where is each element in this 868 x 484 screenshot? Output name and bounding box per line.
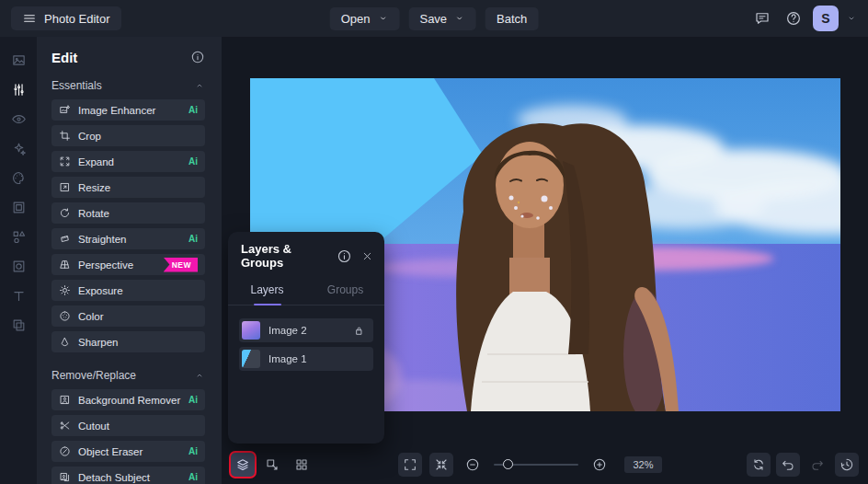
edit-tool-cutout[interactable]: Cutout bbox=[51, 415, 205, 436]
sidebar-item-overlays[interactable] bbox=[6, 313, 31, 338]
edit-tool-detach-subject[interactable]: Detach Subject Ai bbox=[51, 467, 205, 484]
zoom-in-button[interactable] bbox=[588, 453, 611, 477]
redo-icon bbox=[810, 457, 825, 472]
detach-subject-icon bbox=[59, 471, 71, 483]
tool-label: Resize bbox=[78, 182, 110, 193]
zoom-slider[interactable] bbox=[494, 459, 578, 470]
open-button[interactable]: Open bbox=[330, 7, 400, 30]
save-button[interactable]: Save bbox=[408, 7, 476, 30]
edit-tool-background-remover[interactable]: Background Remover Ai bbox=[51, 389, 205, 410]
zoom-level-value[interactable]: 32% bbox=[624, 456, 661, 473]
redo-button[interactable] bbox=[805, 453, 829, 477]
layer-row-image-2[interactable]: Image 2 bbox=[239, 318, 373, 342]
tool-label: Color bbox=[78, 311, 103, 322]
edit-tool-straighten[interactable]: Straighten Ai bbox=[51, 228, 205, 249]
chevron-down-icon bbox=[377, 13, 388, 24]
ai-badge: Ai bbox=[188, 446, 198, 456]
tool-label: Expand bbox=[78, 156, 114, 167]
eye-icon bbox=[11, 111, 27, 127]
crop-icon bbox=[59, 130, 71, 142]
edit-tool-object-eraser[interactable]: Object Eraser Ai bbox=[51, 441, 205, 462]
tool-label: Rotate bbox=[78, 208, 109, 219]
tool-label: Cutout bbox=[78, 421, 109, 432]
app-menu-button[interactable]: Photo Editor bbox=[11, 6, 121, 30]
page-title: Edit bbox=[51, 50, 77, 65]
layer-name: Image 1 bbox=[268, 353, 307, 364]
section-essentials[interactable]: Essentials bbox=[51, 75, 205, 96]
edit-tool-image-enhancer[interactable]: Image Enhancer Ai bbox=[51, 99, 205, 121]
tab-groups[interactable]: Groups bbox=[306, 277, 384, 305]
refresh-icon bbox=[751, 457, 766, 472]
layer-thumbnail bbox=[242, 321, 260, 340]
edit-tool-crop[interactable]: Crop bbox=[51, 125, 205, 146]
frame-icon bbox=[11, 200, 27, 215]
transform-button[interactable] bbox=[260, 453, 284, 477]
undo-icon bbox=[781, 457, 795, 472]
text-icon bbox=[11, 288, 27, 304]
tool-label: Image Enhancer bbox=[78, 105, 155, 116]
batch-label: Batch bbox=[497, 12, 527, 26]
edit-tool-expand[interactable]: Expand Ai bbox=[51, 151, 205, 172]
expand-icon bbox=[59, 156, 71, 167]
sidebar-item-text[interactable] bbox=[6, 283, 31, 308]
batch-button[interactable]: Batch bbox=[485, 7, 538, 30]
feedback-button[interactable] bbox=[750, 6, 774, 30]
top-right-controls: S bbox=[750, 6, 857, 31]
edit-tool-perspective[interactable]: Perspective NEW bbox=[51, 254, 205, 275]
image-enhancer-icon bbox=[59, 104, 71, 116]
layers-panel: Layers & Groups Layers Groups Image 2 bbox=[228, 232, 384, 444]
info-icon[interactable] bbox=[190, 50, 205, 64]
ai-badge: Ai bbox=[188, 156, 198, 167]
close-icon[interactable] bbox=[361, 250, 373, 262]
edit-tool-resize[interactable]: Resize bbox=[51, 177, 205, 198]
fullscreen-icon bbox=[403, 457, 417, 472]
sidebar-item-adjustments[interactable] bbox=[6, 77, 31, 102]
layers-button[interactable] bbox=[231, 453, 255, 477]
scissors-icon bbox=[59, 420, 71, 432]
history-button[interactable] bbox=[835, 453, 859, 477]
fullscreen-button[interactable] bbox=[398, 453, 422, 477]
chevron-up-icon bbox=[194, 370, 205, 381]
new-badge: NEW bbox=[164, 258, 198, 272]
edit-tool-sharpen[interactable]: Sharpen bbox=[51, 331, 205, 352]
edit-tool-color[interactable]: Color bbox=[51, 305, 205, 327]
sidebar-item-touch-up[interactable] bbox=[6, 107, 31, 132]
history-icon bbox=[839, 457, 854, 472]
sidebar-item-textures[interactable] bbox=[6, 254, 31, 279]
info-icon[interactable] bbox=[337, 248, 352, 264]
tab-layers[interactable]: Layers bbox=[228, 277, 306, 305]
background-remover-icon bbox=[59, 394, 71, 406]
zoom-slider-knob[interactable] bbox=[503, 459, 513, 469]
layers-tabs: Layers Groups bbox=[228, 277, 384, 305]
plus-circle-icon bbox=[592, 457, 607, 472]
layer-thumbnail bbox=[242, 350, 260, 368]
tool-label: Crop bbox=[78, 131, 101, 142]
account-chevron-icon[interactable] bbox=[846, 13, 857, 24]
sidebar-item-graphics[interactable] bbox=[6, 225, 31, 249]
undo-button[interactable] bbox=[776, 453, 800, 477]
sidebar-item-frames[interactable] bbox=[6, 195, 31, 220]
sidebar-item-artsy[interactable] bbox=[6, 166, 31, 190]
fit-to-screen-button[interactable] bbox=[429, 453, 453, 477]
grid-icon bbox=[294, 457, 309, 472]
edit-tool-exposure[interactable]: Exposure bbox=[51, 280, 205, 301]
sidebar-item-effects[interactable] bbox=[6, 136, 31, 161]
tool-rail bbox=[0, 37, 37, 484]
palette-icon bbox=[11, 170, 27, 186]
layers-panel-title: Layers & Groups bbox=[241, 242, 337, 270]
fit-screen-icon bbox=[434, 457, 449, 472]
tool-label: Object Eraser bbox=[78, 446, 143, 457]
edit-tool-rotate[interactable]: Rotate bbox=[51, 202, 205, 224]
reset-button[interactable] bbox=[747, 453, 771, 477]
top-bar: Photo Editor Open Save Batch S bbox=[0, 0, 868, 37]
section-remove-replace[interactable]: Remove/Replace bbox=[51, 365, 205, 386]
sharpen-icon bbox=[59, 336, 71, 348]
user-avatar[interactable]: S bbox=[813, 6, 839, 31]
sidebar-item-photo-manager[interactable] bbox=[6, 48, 31, 73]
help-button[interactable] bbox=[782, 6, 805, 30]
layer-row-image-1[interactable]: Image 1 bbox=[239, 347, 373, 371]
lock-icon[interactable] bbox=[353, 325, 365, 337]
zoom-out-button[interactable] bbox=[461, 453, 485, 477]
rotate-icon bbox=[59, 207, 71, 219]
templates-button[interactable] bbox=[290, 453, 314, 477]
